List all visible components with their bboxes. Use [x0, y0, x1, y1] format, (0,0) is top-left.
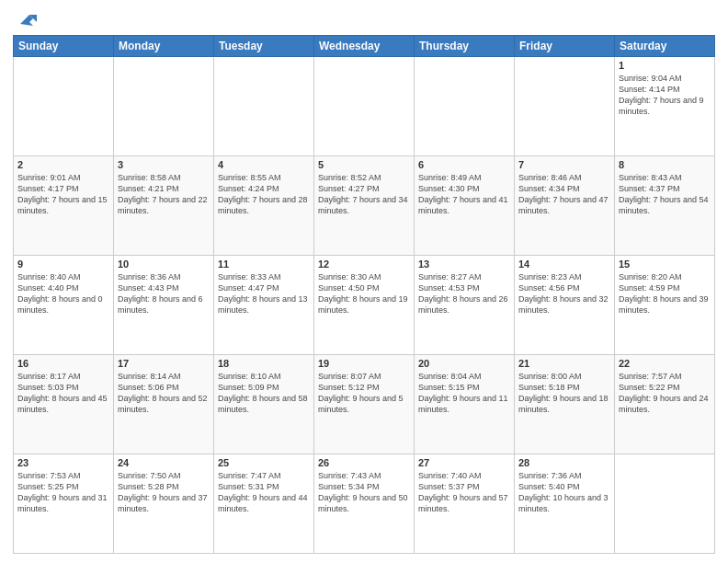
logo-icon	[17, 9, 37, 29]
day-info: Sunrise: 8:14 AM Sunset: 5:06 PM Dayligh…	[118, 371, 210, 416]
day-number: 9	[17, 259, 109, 270]
day-number: 11	[218, 259, 310, 270]
day-number: 7	[518, 159, 610, 170]
calendar-cell	[214, 57, 314, 156]
day-number: 14	[518, 259, 610, 270]
calendar-cell: 13Sunrise: 8:27 AM Sunset: 4:53 PM Dayli…	[415, 256, 515, 355]
calendar-cell: 3Sunrise: 8:58 AM Sunset: 4:21 PM Daylig…	[114, 156, 214, 256]
day-info: Sunrise: 8:20 AM Sunset: 4:59 PM Dayligh…	[619, 271, 711, 316]
day-number: 2	[17, 159, 109, 170]
calendar-week-5: 23Sunrise: 7:53 AM Sunset: 5:25 PM Dayli…	[14, 454, 715, 554]
day-info: Sunrise: 8:55 AM Sunset: 4:24 PM Dayligh…	[218, 172, 310, 217]
calendar-week-3: 9Sunrise: 8:40 AM Sunset: 4:40 PM Daylig…	[14, 256, 715, 355]
day-number: 28	[518, 457, 610, 468]
calendar-cell: 12Sunrise: 8:30 AM Sunset: 4:50 PM Dayli…	[314, 256, 415, 355]
calendar-cell: 10Sunrise: 8:36 AM Sunset: 4:43 PM Dayli…	[114, 256, 214, 355]
day-info: Sunrise: 8:36 AM Sunset: 4:43 PM Dayligh…	[118, 271, 210, 316]
day-info: Sunrise: 8:58 AM Sunset: 4:21 PM Dayligh…	[118, 172, 210, 217]
calendar-cell: 28Sunrise: 7:36 AM Sunset: 5:40 PM Dayli…	[515, 454, 615, 554]
col-saturday: Saturday	[615, 36, 715, 57]
day-number: 22	[619, 358, 711, 369]
day-info: Sunrise: 8:17 AM Sunset: 5:03 PM Dayligh…	[17, 371, 109, 416]
day-info: Sunrise: 8:27 AM Sunset: 4:53 PM Dayligh…	[418, 271, 510, 316]
calendar-cell: 22Sunrise: 7:57 AM Sunset: 5:22 PM Dayli…	[615, 355, 715, 454]
day-info: Sunrise: 8:46 AM Sunset: 4:34 PM Dayligh…	[518, 172, 610, 217]
day-number: 20	[418, 358, 510, 369]
col-tuesday: Tuesday	[214, 36, 314, 57]
day-number: 27	[418, 457, 510, 468]
day-info: Sunrise: 8:04 AM Sunset: 5:15 PM Dayligh…	[418, 371, 510, 416]
day-info: Sunrise: 9:04 AM Sunset: 4:14 PM Dayligh…	[619, 73, 711, 118]
calendar-cell: 19Sunrise: 8:07 AM Sunset: 5:12 PM Dayli…	[314, 355, 415, 454]
calendar-cell	[314, 57, 415, 156]
calendar-cell: 26Sunrise: 7:43 AM Sunset: 5:34 PM Dayli…	[314, 454, 415, 554]
calendar-cell: 24Sunrise: 7:50 AM Sunset: 5:28 PM Dayli…	[114, 454, 214, 554]
day-info: Sunrise: 7:47 AM Sunset: 5:31 PM Dayligh…	[218, 470, 310, 515]
calendar-cell: 25Sunrise: 7:47 AM Sunset: 5:31 PM Dayli…	[214, 454, 314, 554]
calendar-cell: 2Sunrise: 9:01 AM Sunset: 4:17 PM Daylig…	[14, 156, 114, 256]
calendar-cell: 14Sunrise: 8:23 AM Sunset: 4:56 PM Dayli…	[515, 256, 615, 355]
col-wednesday: Wednesday	[314, 36, 415, 57]
day-info: Sunrise: 7:43 AM Sunset: 5:34 PM Dayligh…	[318, 470, 410, 515]
day-number: 6	[418, 159, 510, 170]
day-info: Sunrise: 8:52 AM Sunset: 4:27 PM Dayligh…	[318, 172, 410, 217]
calendar-cell	[114, 57, 214, 156]
header	[13, 9, 715, 29]
day-info: Sunrise: 8:40 AM Sunset: 4:40 PM Dayligh…	[17, 271, 109, 316]
day-info: Sunrise: 8:43 AM Sunset: 4:37 PM Dayligh…	[619, 172, 711, 217]
day-number: 5	[318, 159, 410, 170]
day-info: Sunrise: 8:30 AM Sunset: 4:50 PM Dayligh…	[318, 271, 410, 316]
calendar-cell: 9Sunrise: 8:40 AM Sunset: 4:40 PM Daylig…	[14, 256, 114, 355]
calendar-cell: 20Sunrise: 8:04 AM Sunset: 5:15 PM Dayli…	[415, 355, 515, 454]
calendar-cell: 7Sunrise: 8:46 AM Sunset: 4:34 PM Daylig…	[515, 156, 615, 256]
day-info: Sunrise: 8:49 AM Sunset: 4:30 PM Dayligh…	[418, 172, 510, 217]
day-number: 21	[518, 358, 610, 369]
day-number: 25	[218, 457, 310, 468]
calendar-cell	[415, 57, 515, 156]
calendar-cell: 16Sunrise: 8:17 AM Sunset: 5:03 PM Dayli…	[14, 355, 114, 454]
day-info: Sunrise: 9:01 AM Sunset: 4:17 PM Dayligh…	[17, 172, 109, 217]
day-number: 3	[118, 159, 210, 170]
calendar-cell: 1Sunrise: 9:04 AM Sunset: 4:14 PM Daylig…	[615, 57, 715, 156]
day-number: 10	[118, 259, 210, 270]
day-number: 24	[118, 457, 210, 468]
day-number: 26	[318, 457, 410, 468]
day-number: 12	[318, 259, 410, 270]
logo	[13, 9, 37, 29]
day-info: Sunrise: 7:36 AM Sunset: 5:40 PM Dayligh…	[518, 470, 610, 515]
calendar-header-row: Sunday Monday Tuesday Wednesday Thursday…	[14, 36, 715, 57]
day-number: 18	[218, 358, 310, 369]
day-number: 17	[118, 358, 210, 369]
day-number: 19	[318, 358, 410, 369]
day-number: 13	[418, 259, 510, 270]
calendar-cell	[615, 454, 715, 554]
calendar-cell	[515, 57, 615, 156]
calendar-cell: 5Sunrise: 8:52 AM Sunset: 4:27 PM Daylig…	[314, 156, 415, 256]
col-monday: Monday	[114, 36, 214, 57]
col-thursday: Thursday	[415, 36, 515, 57]
day-info: Sunrise: 8:10 AM Sunset: 5:09 PM Dayligh…	[218, 371, 310, 416]
calendar-cell: 18Sunrise: 8:10 AM Sunset: 5:09 PM Dayli…	[214, 355, 314, 454]
day-info: Sunrise: 8:07 AM Sunset: 5:12 PM Dayligh…	[318, 371, 410, 416]
calendar-cell: 17Sunrise: 8:14 AM Sunset: 5:06 PM Dayli…	[114, 355, 214, 454]
day-number: 23	[17, 457, 109, 468]
day-info: Sunrise: 7:53 AM Sunset: 5:25 PM Dayligh…	[17, 470, 109, 515]
calendar-cell: 15Sunrise: 8:20 AM Sunset: 4:59 PM Dayli…	[615, 256, 715, 355]
day-info: Sunrise: 7:57 AM Sunset: 5:22 PM Dayligh…	[619, 371, 711, 416]
day-info: Sunrise: 7:50 AM Sunset: 5:28 PM Dayligh…	[118, 470, 210, 515]
calendar-cell: 21Sunrise: 8:00 AM Sunset: 5:18 PM Dayli…	[515, 355, 615, 454]
day-number: 8	[619, 159, 711, 170]
day-info: Sunrise: 7:40 AM Sunset: 5:37 PM Dayligh…	[418, 470, 510, 515]
day-info: Sunrise: 8:23 AM Sunset: 4:56 PM Dayligh…	[518, 271, 610, 316]
day-info: Sunrise: 8:00 AM Sunset: 5:18 PM Dayligh…	[518, 371, 610, 416]
day-number: 15	[619, 259, 711, 270]
calendar-cell: 23Sunrise: 7:53 AM Sunset: 5:25 PM Dayli…	[14, 454, 114, 554]
calendar-week-4: 16Sunrise: 8:17 AM Sunset: 5:03 PM Dayli…	[14, 355, 715, 454]
calendar-week-2: 2Sunrise: 9:01 AM Sunset: 4:17 PM Daylig…	[14, 156, 715, 256]
calendar-cell: 4Sunrise: 8:55 AM Sunset: 4:24 PM Daylig…	[214, 156, 314, 256]
col-sunday: Sunday	[14, 36, 114, 57]
day-number: 4	[218, 159, 310, 170]
day-info: Sunrise: 8:33 AM Sunset: 4:47 PM Dayligh…	[218, 271, 310, 316]
day-number: 1	[619, 60, 711, 71]
day-number: 16	[17, 358, 109, 369]
